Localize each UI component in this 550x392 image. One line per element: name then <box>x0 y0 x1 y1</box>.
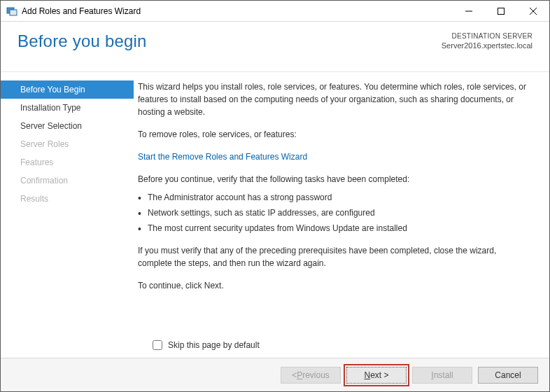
skip-row: Skip this page by default <box>153 340 260 350</box>
prerequisite-list: The Administrator account has a strong p… <box>138 191 531 234</box>
list-item: Network settings, such as static IP addr… <box>138 206 531 219</box>
svg-line-5 <box>530 8 537 15</box>
svg-rect-3 <box>498 8 505 14</box>
titlebar: Add Roles and Features Wizard <box>1 1 549 22</box>
svg-line-4 <box>530 8 537 15</box>
content-panel: This wizard helps you install roles, rol… <box>134 72 549 358</box>
wizard-window: Add Roles and Features Wizard Before you… <box>0 0 550 392</box>
header-area: Before you begin DESTINATION SERVER Serv… <box>1 22 549 72</box>
destination-value: Server2016.xpertstec.local <box>442 41 533 50</box>
must-verify-paragraph: If you must verify that any of the prece… <box>138 244 531 270</box>
svg-rect-1 <box>10 10 17 15</box>
footer: < Previous Next > Install Cancel <box>1 358 549 391</box>
list-item: The most current security updates from W… <box>138 222 531 234</box>
step-confirmation: Confirmation <box>1 172 134 190</box>
close-button[interactable] <box>517 1 549 21</box>
step-server-roles: Server Roles <box>1 135 134 153</box>
window-controls <box>453 1 549 21</box>
minimize-button[interactable] <box>453 1 485 21</box>
install-button: Install <box>412 367 472 384</box>
sidebar: Before You Begin Installation Type Serve… <box>1 72 134 358</box>
skip-checkbox[interactable] <box>153 340 162 350</box>
remove-roles-link[interactable]: Start the Remove Roles and Features Wiza… <box>138 150 307 163</box>
page-title: Before you begin <box>17 31 147 71</box>
verify-intro: Before you continue, verify that the fol… <box>138 173 531 186</box>
step-server-selection[interactable]: Server Selection <box>1 117 134 135</box>
previous-button: < Previous <box>281 367 341 384</box>
list-item: The Administrator account has a strong p… <box>138 191 531 204</box>
step-installation-type[interactable]: Installation Type <box>1 99 134 117</box>
maximize-button[interactable] <box>485 1 517 21</box>
window-title: Add Roles and Features Wizard <box>22 6 453 16</box>
step-features: Features <box>1 153 134 172</box>
step-results: Results <box>1 190 134 208</box>
intro-paragraph: This wizard helps you install roles, rol… <box>138 80 531 118</box>
destination-label: DESTINATION SERVER <box>442 31 533 41</box>
destination-server-block: DESTINATION SERVER Server2016.xpertstec.… <box>442 31 533 71</box>
continue-paragraph: To continue, click Next. <box>138 279 531 292</box>
step-before-you-begin[interactable]: Before You Begin <box>1 80 134 99</box>
next-button[interactable]: Next > <box>346 367 407 384</box>
app-icon <box>6 6 17 17</box>
skip-label: Skip this page by default <box>168 340 260 350</box>
cancel-button[interactable]: Cancel <box>478 367 538 384</box>
body-area: Before You Begin Installation Type Serve… <box>1 72 549 358</box>
remove-label: To remove roles, role services, or featu… <box>138 128 531 141</box>
